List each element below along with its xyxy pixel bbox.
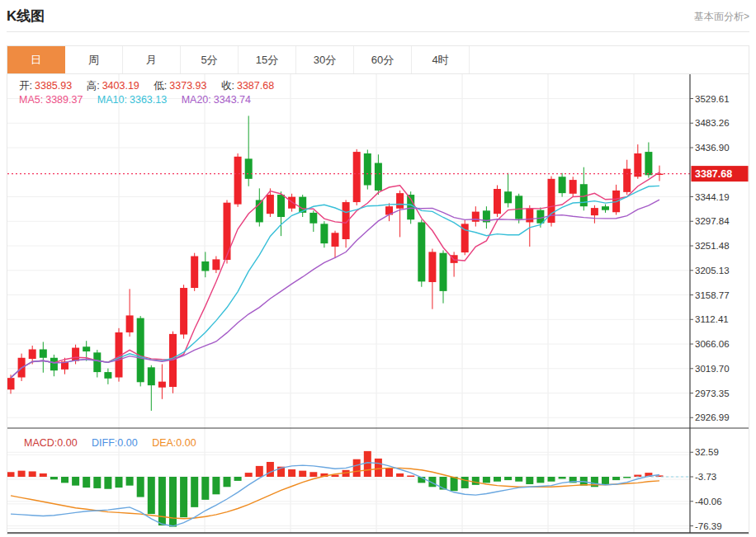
candle bbox=[267, 195, 274, 214]
axis-tick-label: 3529.61 bbox=[695, 94, 730, 104]
tab-5min[interactable]: 5分 bbox=[181, 46, 239, 73]
tab-week[interactable]: 周 bbox=[65, 46, 123, 73]
close-value: 3387.68 bbox=[237, 80, 274, 92]
macd-bar bbox=[299, 471, 306, 477]
candle bbox=[93, 352, 101, 372]
axis-tick-label: 3436.90 bbox=[695, 143, 730, 153]
macd-bar bbox=[50, 477, 58, 479]
candle bbox=[7, 378, 15, 389]
close-label: 收: bbox=[221, 80, 234, 92]
macd-bar bbox=[288, 469, 295, 477]
macd-bar bbox=[375, 459, 382, 477]
candle bbox=[559, 177, 566, 193]
candle bbox=[191, 257, 198, 289]
candle bbox=[137, 318, 144, 383]
candle bbox=[428, 252, 436, 282]
candle bbox=[440, 253, 447, 291]
tab-4hour[interactable]: 4时 bbox=[412, 46, 470, 73]
macd-bar bbox=[504, 477, 512, 480]
current-price-tag: 3387.68 bbox=[692, 166, 749, 181]
macd-bar bbox=[126, 477, 134, 486]
low-value: 3373.93 bbox=[169, 80, 206, 92]
macd-bar bbox=[309, 472, 317, 477]
diff-line bbox=[11, 463, 659, 526]
open-label: 开: bbox=[19, 80, 32, 92]
candle bbox=[472, 212, 480, 222]
axis-tick-label: 2973.35 bbox=[695, 389, 730, 398]
ma5-value: 3389.37 bbox=[45, 94, 83, 106]
axis-tick-label: 3112.41 bbox=[695, 314, 729, 324]
ma5-line bbox=[11, 172, 659, 378]
macd-bar bbox=[116, 477, 123, 488]
candle bbox=[288, 197, 295, 209]
macd-bar bbox=[536, 477, 544, 483]
axis-tick-label: 3344.19 bbox=[695, 192, 730, 202]
candle bbox=[148, 367, 155, 385]
kline-chart-canvas[interactable]: 开:3385.93 高:3403.19 低:3373.93 收:3387.68 … bbox=[7, 74, 749, 534]
ma10-label: MA10: bbox=[97, 94, 127, 106]
macd-bar bbox=[104, 477, 111, 489]
chart-panel: 日 周 月 5分 15分 30分 60分 4时 开:3385.93 高:3403… bbox=[7, 45, 749, 535]
macd-bar bbox=[461, 477, 469, 488]
page-title: K线图 bbox=[7, 7, 45, 26]
macd-bar bbox=[494, 477, 501, 482]
candle bbox=[158, 382, 166, 388]
macd-bar bbox=[158, 477, 166, 525]
period-tab-bar: 日 周 月 5分 15分 30分 60分 4时 bbox=[7, 46, 749, 74]
gridlines bbox=[7, 74, 690, 533]
candle bbox=[72, 348, 79, 361]
candle bbox=[515, 195, 522, 219]
macd-bar bbox=[29, 471, 36, 477]
macd-readout: MACD:0.00 DIFF:0.00 DEA:0.00 bbox=[24, 437, 199, 449]
macd-bar bbox=[61, 477, 69, 483]
candle bbox=[418, 222, 425, 281]
candle bbox=[320, 224, 328, 243]
candle bbox=[277, 195, 285, 217]
macd-bar bbox=[526, 477, 533, 484]
macd-bar bbox=[93, 477, 101, 488]
candle bbox=[526, 209, 533, 223]
candle bbox=[623, 169, 631, 192]
macd-bar bbox=[148, 477, 155, 514]
tab-60min[interactable]: 60分 bbox=[354, 46, 412, 73]
macd-bar bbox=[201, 477, 209, 500]
macd-bar bbox=[169, 477, 177, 527]
macd-bar bbox=[83, 477, 90, 488]
axis-tick-label: 3158.77 bbox=[695, 290, 730, 300]
macd-bar bbox=[472, 477, 480, 485]
current-price-tag-text: 3387.68 bbox=[695, 168, 732, 180]
macd-bar bbox=[267, 462, 274, 477]
ma5-label: MA5: bbox=[19, 94, 43, 106]
candle bbox=[494, 189, 501, 214]
candle bbox=[50, 358, 58, 370]
axis-tick-label: 3251.48 bbox=[695, 241, 730, 251]
macd-bar bbox=[515, 477, 522, 482]
kline-page: K线图 基本面分析> 日 周 月 5分 15分 30分 60分 4时 开:338… bbox=[0, 0, 756, 537]
tab-30min[interactable]: 30分 bbox=[296, 46, 354, 73]
candle bbox=[309, 213, 317, 224]
diff-value: DIFF:0.00 bbox=[92, 437, 138, 449]
macd-bar bbox=[191, 477, 198, 507]
macd-bar bbox=[180, 477, 187, 517]
axis-tick-label: 3205.13 bbox=[695, 266, 730, 276]
macd-bar bbox=[137, 477, 144, 497]
header-divider bbox=[7, 31, 749, 32]
axis-labels: 3529.613483.263436.903344.193297.843251.… bbox=[690, 94, 730, 531]
candle bbox=[212, 259, 220, 270]
macd-bar bbox=[364, 451, 371, 477]
axis-tick-label: 2926.99 bbox=[695, 412, 730, 422]
macd-bar bbox=[559, 477, 566, 478]
macd-bar bbox=[245, 473, 253, 477]
fundamental-analysis-link[interactable]: 基本面分析> bbox=[694, 10, 749, 24]
macd-bar bbox=[18, 471, 26, 477]
ma20-value: 3343.74 bbox=[214, 94, 251, 106]
candle bbox=[591, 208, 598, 215]
axis-tick-label: -3.73 bbox=[695, 472, 716, 482]
tab-15min[interactable]: 15分 bbox=[239, 46, 296, 73]
candle bbox=[224, 203, 231, 260]
tab-month[interactable]: 月 bbox=[123, 46, 181, 73]
open-value: 3385.93 bbox=[35, 80, 72, 92]
candle bbox=[40, 349, 47, 357]
tab-day[interactable]: 日 bbox=[7, 46, 65, 73]
macd-bar bbox=[623, 477, 631, 478]
